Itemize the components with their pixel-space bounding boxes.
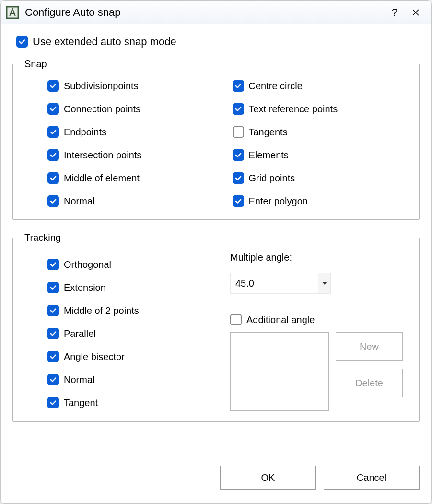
checkbox-box [233, 195, 244, 207]
checkbox-label: Middle of 2 points [64, 305, 139, 316]
dialog-window: Configure Auto snap ? Use extended auto … [0, 0, 432, 504]
dialog-content: Use extended auto snap mode Snap Subdivi… [1, 24, 431, 466]
checkbox-box [230, 314, 242, 325]
tracking-right-column: Multiple angle: 45.0 Additional angle [230, 254, 408, 411]
checkbox-box [233, 126, 244, 138]
tracking-checkbox-4[interactable]: Angle bisector [47, 351, 230, 362]
checkbox-label: Connection points [64, 104, 140, 115]
tracking-checkbox-6[interactable]: Tangent [47, 397, 230, 408]
cancel-button[interactable]: Cancel [324, 466, 420, 490]
snap-left-checkbox-4[interactable]: Middle of element [47, 172, 223, 184]
snap-left-column: SubdivisionpointsConnection pointsEndpoi… [24, 80, 223, 209]
checkmark-icon [18, 38, 26, 46]
checkbox-label: Centre circle [249, 81, 303, 92]
snap-right-checkbox-5[interactable]: Enter polygon [233, 195, 408, 207]
close-button[interactable] [405, 4, 426, 21]
snap-right-checkbox-1[interactable]: Text reference points [233, 103, 408, 115]
checkbox-label: Text reference points [249, 104, 338, 115]
checkmark-icon [234, 105, 242, 113]
tracking-checkbox-5[interactable]: Normal [47, 374, 230, 385]
tracking-left-column: OrthogonalExtensionMiddle of 2 pointsPar… [24, 254, 230, 411]
help-button[interactable]: ? [384, 4, 405, 21]
checkmark-icon [49, 284, 57, 291]
snap-right-column: Centre circleText reference pointsTangen… [223, 80, 408, 209]
new-button[interactable]: New [336, 332, 403, 361]
tracking-checkbox-3[interactable]: Parallel [47, 328, 230, 339]
checkbox-label: Tangent [64, 397, 98, 408]
checkbox-box [233, 172, 244, 184]
tracking-checkbox-0[interactable]: Orthogonal [47, 259, 230, 270]
checkbox-box [47, 80, 59, 92]
checkbox-label: Intersection points [64, 150, 141, 161]
checkbox-label: Additional angle [246, 314, 315, 325]
checkmark-icon [49, 174, 57, 182]
snap-right-checkbox-4[interactable]: Grid points [233, 172, 408, 184]
checkmark-icon [49, 151, 57, 159]
snap-right-checkbox-0[interactable]: Centre circle [233, 80, 408, 92]
ok-button[interactable]: OK [220, 466, 316, 490]
additional-angle-checkbox[interactable]: Additional angle [230, 314, 408, 325]
checkmark-icon [234, 151, 242, 159]
snap-left-checkbox-3[interactable]: Intersection points [47, 149, 223, 161]
titlebar: Configure Auto snap ? [1, 1, 431, 24]
checkmark-icon [49, 307, 57, 314]
checkbox-label: Normal [64, 374, 94, 385]
checkbox-label: Angle bisector [64, 351, 125, 362]
snap-left-checkbox-5[interactable]: Normal [47, 195, 223, 207]
snap-legend: Snap [22, 59, 50, 70]
multiple-angle-combo[interactable]: 45.0 [230, 273, 331, 294]
checkbox-label: Endpoints [64, 127, 106, 138]
close-icon [412, 9, 420, 16]
checkmark-icon [49, 105, 57, 113]
snap-right-checkbox-2[interactable]: Tangents [233, 126, 408, 138]
dialog-footer: OK Cancel [1, 466, 431, 503]
question-icon: ? [392, 6, 397, 19]
checkbox-box [16, 36, 28, 48]
tracking-group: Tracking OrthogonalExtensionMiddle of 2 … [12, 232, 420, 422]
checkbox-label: Normal [64, 196, 94, 207]
snap-group: Snap SubdivisionpointsConnection pointsE… [12, 59, 420, 220]
checkbox-box [47, 351, 59, 362]
checkmark-icon [49, 399, 57, 407]
checkmark-icon [234, 197, 242, 205]
extended-mode-checkbox[interactable]: Use extended auto snap mode [16, 36, 420, 48]
checkbox-label: Grid points [249, 173, 295, 184]
delete-button[interactable]: Delete [336, 369, 403, 397]
tracking-checkbox-1[interactable]: Extension [47, 282, 230, 293]
checkmark-icon [49, 197, 57, 205]
checkmark-icon [49, 353, 57, 360]
snap-left-checkbox-1[interactable]: Connection points [47, 103, 223, 115]
app-icon [6, 6, 19, 19]
checkmark-icon [49, 128, 57, 136]
additional-angle-list[interactable] [230, 332, 329, 411]
checkbox-box [47, 282, 59, 293]
checkbox-box [47, 149, 59, 161]
dialog-title: Configure Auto snap [25, 6, 384, 19]
checkbox-box [233, 103, 244, 115]
checkbox-box [47, 195, 59, 207]
checkbox-label: Use extended auto snap mode [33, 36, 176, 48]
checkbox-box [47, 172, 59, 184]
checkmark-icon [49, 376, 57, 384]
checkbox-box [47, 328, 59, 339]
checkbox-label: Middle of element [64, 173, 140, 184]
checkbox-box [47, 397, 59, 408]
checkbox-box [47, 103, 59, 115]
checkbox-box [233, 149, 244, 161]
checkmark-icon [49, 261, 57, 268]
checkbox-box [47, 374, 59, 385]
checkbox-box [47, 259, 59, 270]
checkmark-icon [49, 330, 57, 337]
checkbox-box [233, 80, 244, 92]
checkbox-box [47, 126, 59, 138]
multiple-angle-label: Multiple angle: [230, 252, 408, 263]
checkmark-icon [234, 82, 242, 90]
checkbox-label: Parallel [64, 328, 96, 339]
checkbox-label: Elements [249, 150, 289, 161]
snap-left-checkbox-0[interactable]: Subdivisionpoints [47, 80, 223, 92]
chevron-down-icon [318, 273, 330, 293]
checkbox-label: Extension [64, 282, 106, 293]
snap-right-checkbox-3[interactable]: Elements [233, 149, 408, 161]
snap-left-checkbox-2[interactable]: Endpoints [47, 126, 223, 138]
tracking-checkbox-2[interactable]: Middle of 2 points [47, 305, 230, 316]
